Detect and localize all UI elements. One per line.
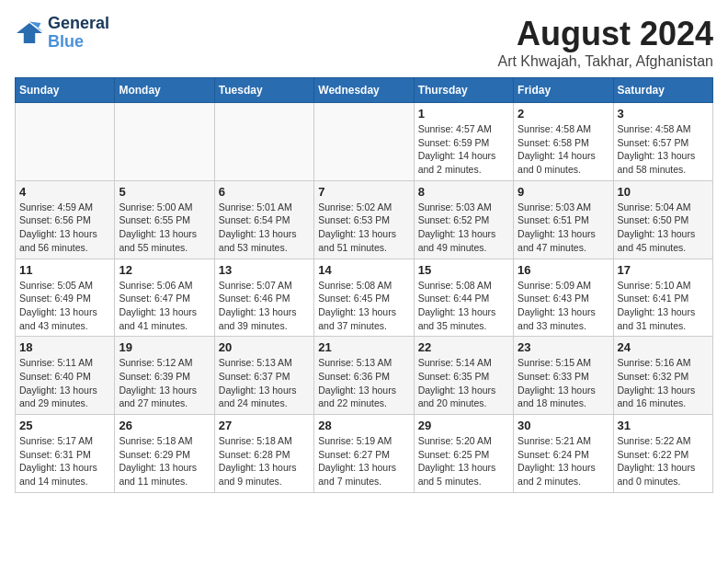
logo-text: General Blue <box>48 15 109 52</box>
day-number: 30 <box>518 419 609 432</box>
day-number: 18 <box>19 340 110 354</box>
day-number: 5 <box>119 185 210 199</box>
column-header-wednesday: Wednesday <box>314 78 414 103</box>
logo-line2: Blue <box>48 32 84 51</box>
calendar-week-row: 25Sunrise: 5:17 AM Sunset: 6:31 PM Dayli… <box>16 415 713 493</box>
day-number: 14 <box>318 263 409 277</box>
calendar-cell <box>16 103 115 181</box>
calendar-cell: 23Sunrise: 5:15 AM Sunset: 6:33 PM Dayli… <box>514 337 613 415</box>
calendar-week-row: 4Sunrise: 4:59 AM Sunset: 6:56 PM Daylig… <box>16 180 713 259</box>
day-number: 21 <box>318 340 409 354</box>
day-number: 1 <box>418 107 509 121</box>
calendar-cell: 25Sunrise: 5:17 AM Sunset: 6:31 PM Dayli… <box>16 415 115 493</box>
day-detail: Sunrise: 5:07 AM Sunset: 6:46 PM Dayligh… <box>219 279 310 333</box>
day-detail: Sunrise: 5:13 AM Sunset: 6:37 PM Dayligh… <box>219 356 310 410</box>
calendar-cell: 27Sunrise: 5:18 AM Sunset: 6:28 PM Dayli… <box>214 415 313 493</box>
calendar-week-row: 1Sunrise: 4:57 AM Sunset: 6:59 PM Daylig… <box>16 103 713 181</box>
day-detail: Sunrise: 5:13 AM Sunset: 6:36 PM Dayligh… <box>318 356 409 410</box>
column-header-sunday: Sunday <box>16 78 115 103</box>
calendar-cell: 10Sunrise: 5:04 AM Sunset: 6:50 PM Dayli… <box>613 180 712 259</box>
title-block: August 2024 Art Khwajah, Takhar, Afghani… <box>497 15 713 70</box>
calendar-cell: 11Sunrise: 5:05 AM Sunset: 6:49 PM Dayli… <box>16 259 115 337</box>
calendar-cell: 21Sunrise: 5:13 AM Sunset: 6:36 PM Dayli… <box>314 337 414 415</box>
day-detail: Sunrise: 4:58 AM Sunset: 6:58 PM Dayligh… <box>518 122 609 177</box>
column-header-thursday: Thursday <box>414 78 513 103</box>
day-detail: Sunrise: 5:08 AM Sunset: 6:45 PM Dayligh… <box>318 279 409 333</box>
calendar-cell: 4Sunrise: 4:59 AM Sunset: 6:56 PM Daylig… <box>16 180 115 259</box>
day-detail: Sunrise: 5:18 AM Sunset: 6:29 PM Dayligh… <box>119 434 210 488</box>
calendar-cell <box>115 103 214 181</box>
day-detail: Sunrise: 5:16 AM Sunset: 6:32 PM Dayligh… <box>618 356 709 410</box>
calendar-cell: 29Sunrise: 5:20 AM Sunset: 6:25 PM Dayli… <box>414 415 513 493</box>
calendar-cell: 6Sunrise: 5:01 AM Sunset: 6:54 PM Daylig… <box>214 180 313 259</box>
calendar-cell: 30Sunrise: 5:21 AM Sunset: 6:24 PM Dayli… <box>514 415 613 493</box>
day-number: 17 <box>618 263 709 277</box>
day-number: 27 <box>219 419 310 432</box>
calendar-cell: 5Sunrise: 5:00 AM Sunset: 6:55 PM Daylig… <box>115 180 214 259</box>
calendar-cell: 3Sunrise: 4:58 AM Sunset: 6:57 PM Daylig… <box>613 103 712 181</box>
calendar-cell: 20Sunrise: 5:13 AM Sunset: 6:37 PM Dayli… <box>214 337 313 415</box>
day-detail: Sunrise: 5:15 AM Sunset: 6:33 PM Dayligh… <box>518 356 609 410</box>
calendar-table: SundayMondayTuesdayWednesdayThursdayFrid… <box>15 77 713 493</box>
calendar-cell <box>314 103 414 181</box>
day-detail: Sunrise: 5:03 AM Sunset: 6:51 PM Dayligh… <box>518 201 609 255</box>
day-number: 13 <box>219 263 310 277</box>
calendar-cell: 12Sunrise: 5:06 AM Sunset: 6:47 PM Dayli… <box>115 259 214 337</box>
day-detail: Sunrise: 5:08 AM Sunset: 6:44 PM Dayligh… <box>418 279 509 333</box>
day-detail: Sunrise: 5:11 AM Sunset: 6:40 PM Dayligh… <box>19 356 110 410</box>
day-detail: Sunrise: 5:12 AM Sunset: 6:39 PM Dayligh… <box>119 356 210 410</box>
calendar-cell: 17Sunrise: 5:10 AM Sunset: 6:41 PM Dayli… <box>613 259 712 337</box>
calendar-header-row: SundayMondayTuesdayWednesdayThursdayFrid… <box>16 78 713 103</box>
calendar-cell: 16Sunrise: 5:09 AM Sunset: 6:43 PM Dayli… <box>514 259 613 337</box>
day-number: 19 <box>119 340 210 354</box>
day-detail: Sunrise: 5:03 AM Sunset: 6:52 PM Dayligh… <box>418 201 509 255</box>
calendar-week-row: 18Sunrise: 5:11 AM Sunset: 6:40 PM Dayli… <box>16 337 713 415</box>
column-header-friday: Friday <box>514 78 613 103</box>
day-number: 10 <box>618 185 709 199</box>
calendar-week-row: 11Sunrise: 5:05 AM Sunset: 6:49 PM Dayli… <box>16 259 713 337</box>
calendar-cell: 13Sunrise: 5:07 AM Sunset: 6:46 PM Dayli… <box>214 259 313 337</box>
logo-line1: General <box>48 15 109 33</box>
day-number: 25 <box>19 419 110 432</box>
day-detail: Sunrise: 5:01 AM Sunset: 6:54 PM Dayligh… <box>219 201 310 255</box>
day-number: 22 <box>418 340 509 354</box>
day-number: 23 <box>518 340 609 354</box>
calendar-cell: 15Sunrise: 5:08 AM Sunset: 6:44 PM Dayli… <box>414 259 513 337</box>
calendar-cell: 7Sunrise: 5:02 AM Sunset: 6:53 PM Daylig… <box>314 180 414 259</box>
day-number: 28 <box>318 419 409 432</box>
day-number: 2 <box>518 107 609 121</box>
day-detail: Sunrise: 5:18 AM Sunset: 6:28 PM Dayligh… <box>219 434 310 488</box>
calendar-cell: 14Sunrise: 5:08 AM Sunset: 6:45 PM Dayli… <box>314 259 414 337</box>
day-detail: Sunrise: 5:09 AM Sunset: 6:43 PM Dayligh… <box>518 279 609 333</box>
day-number: 9 <box>518 185 609 199</box>
day-number: 3 <box>618 107 709 121</box>
calendar-cell: 31Sunrise: 5:22 AM Sunset: 6:22 PM Dayli… <box>613 415 712 493</box>
day-detail: Sunrise: 4:58 AM Sunset: 6:57 PM Dayligh… <box>618 122 709 177</box>
day-detail: Sunrise: 5:00 AM Sunset: 6:55 PM Dayligh… <box>119 201 210 255</box>
day-number: 6 <box>219 185 310 199</box>
calendar-cell: 26Sunrise: 5:18 AM Sunset: 6:29 PM Dayli… <box>115 415 214 493</box>
day-detail: Sunrise: 5:02 AM Sunset: 6:53 PM Dayligh… <box>318 201 409 255</box>
calendar-cell <box>214 103 313 181</box>
day-number: 15 <box>418 263 509 277</box>
day-detail: Sunrise: 4:59 AM Sunset: 6:56 PM Dayligh… <box>19 201 110 255</box>
page-title: August 2024 <box>497 15 713 53</box>
day-detail: Sunrise: 5:20 AM Sunset: 6:25 PM Dayligh… <box>418 434 509 488</box>
page-header: General Blue August 2024 Art Khwajah, Ta… <box>15 15 713 70</box>
column-header-tuesday: Tuesday <box>214 78 313 103</box>
logo: General Blue <box>15 15 109 52</box>
calendar-cell: 22Sunrise: 5:14 AM Sunset: 6:35 PM Dayli… <box>414 337 513 415</box>
day-detail: Sunrise: 5:04 AM Sunset: 6:50 PM Dayligh… <box>618 201 709 255</box>
calendar-cell: 2Sunrise: 4:58 AM Sunset: 6:58 PM Daylig… <box>514 103 613 181</box>
calendar-cell: 19Sunrise: 5:12 AM Sunset: 6:39 PM Dayli… <box>115 337 214 415</box>
calendar-cell: 1Sunrise: 4:57 AM Sunset: 6:59 PM Daylig… <box>414 103 513 181</box>
day-detail: Sunrise: 4:57 AM Sunset: 6:59 PM Dayligh… <box>418 122 509 177</box>
day-detail: Sunrise: 5:10 AM Sunset: 6:41 PM Dayligh… <box>618 279 709 333</box>
logo-icon <box>15 20 44 46</box>
day-number: 4 <box>19 185 110 199</box>
day-detail: Sunrise: 5:06 AM Sunset: 6:47 PM Dayligh… <box>119 279 210 333</box>
day-detail: Sunrise: 5:05 AM Sunset: 6:49 PM Dayligh… <box>19 279 110 333</box>
calendar-cell: 18Sunrise: 5:11 AM Sunset: 6:40 PM Dayli… <box>16 337 115 415</box>
calendar-cell: 8Sunrise: 5:03 AM Sunset: 6:52 PM Daylig… <box>414 180 513 259</box>
column-header-saturday: Saturday <box>613 78 712 103</box>
